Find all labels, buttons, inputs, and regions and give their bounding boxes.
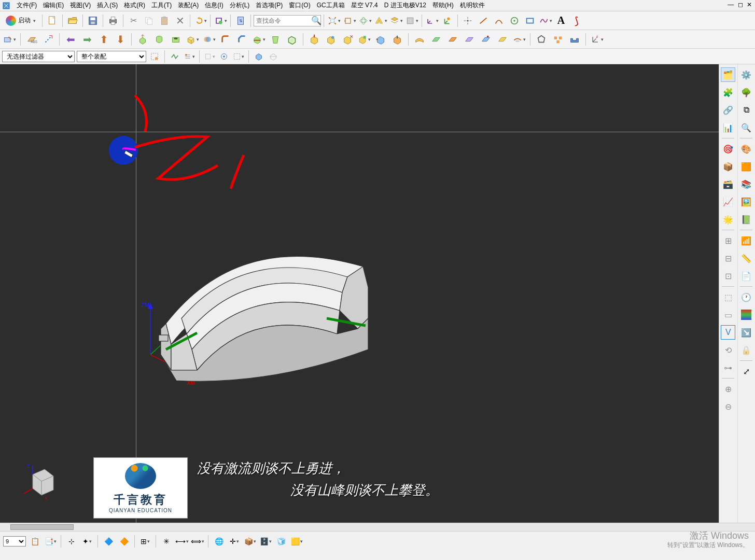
menu-edit[interactable]: 编辑(E) <box>40 0 67 11</box>
window-controls[interactable]: — ◻ ✕ <box>728 1 753 8</box>
sel-mode-3[interactable]: ▾ <box>183 50 195 63</box>
layer-settings-button[interactable]: ▾ <box>389 13 403 28</box>
menu-format[interactable]: 格式(R) <box>121 0 148 11</box>
sketch-button[interactable]: ▾ <box>2 32 17 47</box>
menu-file[interactable]: 文件(F) <box>13 0 40 11</box>
surface-1-button[interactable] <box>412 32 427 47</box>
nav-down-button[interactable]: ⬇ <box>113 32 128 47</box>
rnav-assembly[interactable]: 🗂️ <box>721 67 735 82</box>
status-btn-14[interactable]: 🟨▾ <box>290 535 303 548</box>
horizontal-scrollbar[interactable] <box>0 523 755 531</box>
revolve-button[interactable] <box>152 32 166 47</box>
rtool-7[interactable]: ⊟ <box>721 251 735 265</box>
menu-xingkong[interactable]: 星空 V7.4 <box>348 0 381 11</box>
print-button[interactable] <box>106 13 120 28</box>
copy-button[interactable] <box>142 13 156 28</box>
touch-mode-button[interactable]: ⇅ <box>233 13 248 28</box>
menu-tools[interactable]: 工具(T) <box>148 0 175 11</box>
rtool-14[interactable]: ⊕ <box>721 382 735 396</box>
rtool-6[interactable]: ⊞ <box>721 233 735 248</box>
datum-axis-button[interactable] <box>41 32 55 47</box>
surface-5-button[interactable] <box>479 32 493 47</box>
delete-face-button[interactable]: ✕ <box>340 32 355 47</box>
move-face-button[interactable] <box>307 32 321 47</box>
menu-analysis[interactable]: 分析(L) <box>227 0 253 11</box>
menu-insert[interactable]: 插入(S) <box>94 0 121 11</box>
status-btn-13[interactable]: 🧊 <box>274 535 288 548</box>
open-button[interactable] <box>65 13 80 28</box>
rtool-15[interactable]: ⊖ <box>721 399 735 414</box>
launch-button[interactable]: 启动 ▾ <box>2 14 39 27</box>
rpanel-layers[interactable]: 📚 <box>739 177 753 191</box>
rtool-5[interactable]: 🌟 <box>721 212 735 227</box>
trim-body-button[interactable]: ▾ <box>251 32 266 47</box>
rpanel-library[interactable]: 📗 <box>739 212 753 227</box>
offset-region-button[interactable] <box>390 32 404 47</box>
search-input[interactable] <box>254 17 311 24</box>
command-finder-button[interactable]: ▾ <box>213 13 228 28</box>
circle-button[interactable] <box>507 13 522 28</box>
rpanel-expand[interactable]: ⤢ <box>739 364 753 379</box>
rpanel-settings[interactable]: ⚙️ <box>739 67 753 82</box>
rtool-3[interactable]: 🗃️ <box>721 177 735 191</box>
save-button[interactable] <box>86 13 100 28</box>
status-btn-2[interactable]: 📑▾ <box>44 535 57 548</box>
rpanel-signal[interactable]: 📶 <box>739 233 753 248</box>
surface-7-button[interactable]: ▾ <box>512 32 526 47</box>
paste-button[interactable] <box>157 13 172 28</box>
rnav-constraints[interactable]: 🔗 <box>721 103 735 117</box>
axis-button[interactable]: z▾ <box>590 32 604 47</box>
rpanel-clock[interactable]: 🕐 <box>739 290 753 304</box>
chamfer-button[interactable] <box>235 32 249 47</box>
spline-button[interactable]: ▾ <box>538 13 553 28</box>
rtool-9[interactable]: ⬚ <box>721 290 735 304</box>
undo-button[interactable]: ▾ <box>193 13 207 28</box>
render-style-button[interactable]: ▾ <box>404 13 419 28</box>
menu-info[interactable]: 信息(I) <box>202 0 226 11</box>
rpanel-doc[interactable]: 📄 <box>739 269 753 283</box>
status-btn-10[interactable]: ✛▾ <box>228 535 241 548</box>
cut-button[interactable]: ✂ <box>126 13 141 28</box>
rectangle-button[interactable] <box>523 13 537 28</box>
status-btn-7[interactable]: ⊞▾ <box>138 535 152 548</box>
surface-2-button[interactable] <box>429 32 443 47</box>
text-button[interactable]: A <box>554 13 568 28</box>
block-button[interactable]: ▾ <box>185 32 200 47</box>
rpanel-arrow[interactable]: ↘️ <box>739 325 753 340</box>
curve-tool-button[interactable]: ⟆ <box>569 13 584 28</box>
rnav-relations[interactable]: 📊 <box>721 120 735 135</box>
selection-filter-dropdown[interactable]: 无选择过滤器 <box>2 51 75 62</box>
sel-mode-1[interactable] <box>148 50 161 63</box>
rtool-12[interactable]: ⟲ <box>721 343 735 357</box>
replace-face-button[interactable] <box>373 32 388 47</box>
polygon-button[interactable] <box>534 32 549 47</box>
assembly-filter-dropdown[interactable]: 整个装配 <box>77 51 146 62</box>
rpanel-link[interactable]: ⧉ <box>739 103 753 117</box>
wcs-button[interactable]: ▾ <box>425 13 439 28</box>
search-icon[interactable]: 🔍 <box>311 16 320 25</box>
shell-button[interactable] <box>285 32 299 47</box>
menu-view[interactable]: 视图(V) <box>67 0 94 11</box>
rtool-8[interactable]: ⊡ <box>721 269 735 283</box>
perspective-button[interactable]: ▾ <box>373 13 388 28</box>
status-btn-9[interactable]: 🌐 <box>212 535 226 548</box>
wcs-orient-button[interactable] <box>440 13 455 28</box>
layer-select[interactable]: 9 <box>3 536 26 547</box>
status-dim-2[interactable]: ⟺▾ <box>191 535 204 548</box>
status-btn-3[interactable]: ⊹ <box>65 535 78 548</box>
rpanel-texture[interactable]: 🖼️ <box>739 194 753 209</box>
rotate-button[interactable]: ▾ <box>358 13 372 28</box>
unite-button[interactable]: ▾ <box>202 32 216 47</box>
sel-mode-2[interactable] <box>169 50 181 63</box>
rtool-13[interactable]: ⊶ <box>721 360 735 375</box>
rtool-4[interactable]: 📈 <box>721 194 735 209</box>
rpanel-measure[interactable]: 📏 <box>739 251 753 265</box>
nav-up-button[interactable]: ⬆ <box>96 32 111 47</box>
rtool-2[interactable]: 📦 <box>721 159 735 174</box>
command-search[interactable]: 🔍 <box>254 15 321 26</box>
point-button[interactable] <box>460 13 475 28</box>
rtool-11[interactable]: V <box>721 325 735 340</box>
nav-back-button[interactable]: ⬅ <box>63 32 78 47</box>
groove-button[interactable] <box>567 32 582 47</box>
copy-face-button[interactable]: ▾ <box>357 32 371 47</box>
